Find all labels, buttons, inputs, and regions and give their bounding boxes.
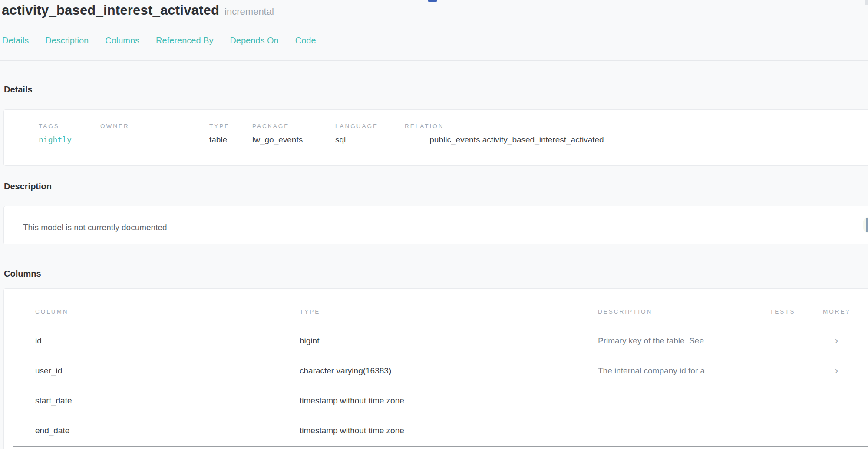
columns-table: COLUMN TYPE DESCRIPTION TESTS MORE? id b… <box>3 288 868 449</box>
materialization-badge: incremental <box>224 6 274 17</box>
header-column: COLUMN <box>35 308 300 315</box>
scrollbar-sliver <box>865 0 868 5</box>
title-row: activity_based_interest_activated increm… <box>2 3 868 18</box>
field-type: TYPE table <box>209 123 252 165</box>
field-label: LANGUAGE <box>335 123 405 129</box>
column-type: timestamp without time zone <box>300 426 598 436</box>
columns-table-header: COLUMN TYPE DESCRIPTION TESTS MORE? <box>35 308 868 315</box>
tab-code[interactable]: Code <box>295 36 316 46</box>
tab-depends-on[interactable]: Depends On <box>230 36 278 46</box>
details-heading: Details <box>0 85 868 95</box>
field-language: LANGUAGE sql <box>335 123 405 165</box>
column-row-end-date[interactable]: end_date timestamp without time zone <box>35 416 868 446</box>
field-value: sql <box>335 135 405 145</box>
field-label: TAGS <box>39 123 100 129</box>
cropped-link-artifact <box>428 0 437 2</box>
header-more: MORE? <box>821 308 852 315</box>
field-owner: OWNER <box>100 123 209 165</box>
column-type: timestamp without time zone <box>300 396 598 406</box>
model-content: Details TAGS nightly OWNER TYPE table PA… <box>0 85 868 449</box>
column-type: character varying(16383) <box>300 366 598 376</box>
description-heading: Description <box>0 182 868 191</box>
column-name: start_date <box>35 396 300 406</box>
chevron-right-icon[interactable]: › <box>835 336 838 346</box>
edge-widget <box>863 217 868 233</box>
columns-section: Columns COLUMN TYPE DESCRIPTION TESTS MO… <box>0 269 868 449</box>
column-name: user_id <box>35 366 300 376</box>
description-text: This model is not currently documented <box>23 223 868 232</box>
page-title: activity_based_interest_activated <box>2 3 219 18</box>
tab-bar: Details Description Columns Referenced B… <box>2 36 868 46</box>
tab-details[interactable]: Details <box>2 36 29 46</box>
header-type: TYPE <box>300 308 598 315</box>
field-label: RELATION <box>405 123 868 129</box>
header-tests: TESTS <box>770 308 821 315</box>
details-section: Details TAGS nightly OWNER TYPE table PA… <box>0 85 868 166</box>
tab-description[interactable]: Description <box>45 36 89 46</box>
field-label: TYPE <box>209 123 252 129</box>
column-row-user-id[interactable]: user_id character varying(16383) The int… <box>35 356 868 386</box>
column-row-start-date[interactable]: start_date timestamp without time zone <box>35 386 868 416</box>
field-value: table <box>209 135 252 145</box>
field-relation: RELATION .public_events.activity_based_i… <box>405 123 868 165</box>
header-description: DESCRIPTION <box>598 308 770 315</box>
tag-link[interactable]: nightly <box>39 135 100 144</box>
field-label: OWNER <box>100 123 209 129</box>
field-value: lw_go_events <box>252 135 335 145</box>
relation-value: .public_events.activity_based_interest_a… <box>405 135 868 145</box>
field-tags: TAGS nightly <box>39 123 100 165</box>
columns-heading: Columns <box>0 269 868 279</box>
row-divider <box>13 446 868 447</box>
details-card: TAGS nightly OWNER TYPE table PACKAGE lw… <box>3 109 868 166</box>
chevron-right-icon[interactable]: › <box>835 366 838 376</box>
column-type: bigint <box>300 336 598 346</box>
column-row-id[interactable]: id bigint Primary key of the table. See.… <box>35 326 868 356</box>
column-description: Primary key of the table. See... <box>598 336 770 346</box>
tab-columns[interactable]: Columns <box>105 36 139 46</box>
description-card: This model is not currently documented <box>3 206 868 244</box>
model-header: activity_based_interest_activated increm… <box>0 0 868 61</box>
column-name: id <box>35 336 300 346</box>
field-package: PACKAGE lw_go_events <box>252 123 335 165</box>
column-description: The internal company id for a... <box>598 366 770 376</box>
column-name: end_date <box>35 426 300 436</box>
description-section: Description This model is not currently … <box>0 182 868 244</box>
tab-referenced-by[interactable]: Referenced By <box>156 36 213 46</box>
field-label: PACKAGE <box>252 123 335 129</box>
